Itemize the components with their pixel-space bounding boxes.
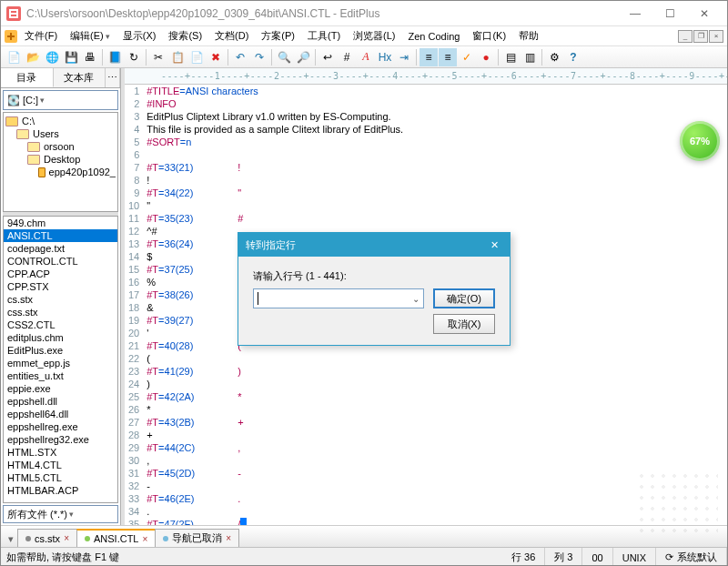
- wordwrap-icon[interactable]: ↩: [318, 48, 337, 66]
- drive-combo[interactable]: 💽 [C:]: [3, 90, 118, 110]
- tab-label: ANSI.CTL: [94, 533, 139, 544]
- file-list-item[interactable]: HTML5.CTL: [4, 471, 117, 484]
- new-file-icon[interactable]: 📄: [5, 48, 23, 66]
- indent-left-icon[interactable]: ≡: [420, 48, 438, 66]
- menu-browser[interactable]: 浏览器(L): [348, 27, 400, 45]
- file-list-item[interactable]: CSS2.CTL: [4, 318, 117, 331]
- dialog-title: 转到指定行: [246, 238, 296, 252]
- tab-list-button[interactable]: ▾: [5, 531, 17, 547]
- file-list-item[interactable]: EditPlus.exe: [4, 344, 117, 357]
- cancel-button[interactable]: 取消(X): [433, 314, 495, 334]
- cut-icon[interactable]: ✂: [149, 48, 167, 66]
- maximize-button[interactable]: ☐: [652, 3, 687, 25]
- tree-node[interactable]: orsoon: [44, 141, 75, 152]
- menu-zen[interactable]: Zen Coding: [403, 29, 466, 44]
- file-list-item[interactable]: css.stx: [4, 306, 117, 318]
- ok-button[interactable]: 确定(O): [433, 288, 495, 308]
- document-tab[interactable]: cs.stx×: [17, 529, 77, 547]
- record-macro-icon[interactable]: ●: [477, 48, 495, 66]
- paste-icon[interactable]: 📄: [187, 48, 206, 66]
- delete-icon[interactable]: ✖: [207, 48, 225, 66]
- copy-icon[interactable]: 📋: [168, 48, 187, 66]
- line-number-input[interactable]: ⌄: [253, 288, 424, 308]
- file-list-item[interactable]: 949.chm: [4, 217, 117, 229]
- sync-icon[interactable]: ⟳: [665, 551, 673, 563]
- file-list-item[interactable]: CPP.STX: [4, 280, 117, 293]
- file-list-item[interactable]: codepage.txt: [4, 242, 117, 255]
- file-list-item[interactable]: HTML4.CTL: [4, 459, 117, 471]
- dialog-close-icon[interactable]: ✕: [486, 239, 502, 251]
- mdi-restore-button[interactable]: ❐: [693, 30, 708, 43]
- file-list-item[interactable]: entities_u.txt: [4, 369, 117, 382]
- file-filter-combo[interactable]: 所有文件 (*.*): [3, 505, 118, 523]
- menu-window[interactable]: 窗口(K): [467, 27, 511, 45]
- sidebar-tab-cliptext[interactable]: 文本库: [54, 68, 106, 87]
- folder-tree[interactable]: C:\ Users orsoon Desktop epp420p1092_: [3, 112, 118, 212]
- menu-document[interactable]: 文档(D): [209, 27, 254, 45]
- tab-close-icon[interactable]: ×: [142, 534, 147, 544]
- mdi-close-button[interactable]: ×: [709, 30, 723, 43]
- menu-edit[interactable]: 编辑(E): [65, 27, 116, 45]
- save-icon[interactable]: 💾: [62, 48, 80, 66]
- browser-view-icon[interactable]: 📘: [106, 48, 124, 66]
- tab-close-icon[interactable]: ×: [226, 533, 231, 543]
- linenum-icon[interactable]: #: [338, 48, 356, 66]
- tab-close-icon[interactable]: ×: [64, 533, 69, 543]
- reload-icon[interactable]: ↻: [125, 48, 143, 66]
- sidebar-tab-directory[interactable]: 目录: [1, 68, 54, 87]
- file-list-item[interactable]: ANSI.CTL: [4, 229, 117, 242]
- file-list-item[interactable]: CONTROL.CTL: [4, 255, 117, 268]
- window-v-icon[interactable]: ▥: [521, 48, 539, 66]
- sidebar-tab-more[interactable]: ⋯: [106, 68, 120, 87]
- tree-node[interactable]: Users: [33, 128, 59, 139]
- file-list-item[interactable]: CPP.ACP: [4, 268, 117, 280]
- spellcheck-icon[interactable]: ✓: [458, 48, 476, 66]
- font-icon[interactable]: A: [357, 48, 375, 66]
- file-list-item[interactable]: eppshellreg32.exe: [4, 433, 117, 446]
- open-file-icon[interactable]: 📂: [24, 48, 42, 66]
- dialog-titlebar[interactable]: 转到指定行 ✕: [238, 233, 510, 257]
- status-total: 00: [582, 548, 612, 566]
- mdi-min-button[interactable]: _: [678, 30, 693, 43]
- replace-icon[interactable]: 🔎: [294, 48, 312, 66]
- tab-dot-icon: [163, 536, 168, 541]
- close-button[interactable]: ✕: [687, 3, 722, 25]
- redo-icon[interactable]: ↷: [250, 48, 268, 66]
- menu-help[interactable]: 帮助: [513, 27, 544, 45]
- menu-search[interactable]: 搜索(S): [163, 27, 207, 45]
- file-list-item[interactable]: eppshellreg.exe: [4, 420, 117, 433]
- file-list-item[interactable]: eppshell64.dll: [4, 408, 117, 420]
- toolbar: 📄 📂 🌐 💾 🖶 📘 ↻ ✂ 📋 📄 ✖ ↶ ↷ 🔍 🔎 ↩ # A Hx ⇥…: [1, 46, 727, 68]
- tree-node[interactable]: Desktop: [44, 154, 80, 165]
- menu-view[interactable]: 显示(X): [117, 27, 162, 45]
- window-h-icon[interactable]: ▤: [501, 48, 520, 66]
- tree-node[interactable]: C:\: [22, 116, 35, 126]
- open-remote-icon[interactable]: 🌐: [43, 48, 61, 66]
- file-list[interactable]: 949.chmANSI.CTLcodepage.txtCONTROL.CTLCP…: [3, 216, 118, 503]
- menu-tools[interactable]: 工具(T): [302, 27, 346, 45]
- tree-node-selected[interactable]: epp420p1092_: [49, 167, 116, 177]
- menu-file[interactable]: 文件(F): [19, 27, 63, 45]
- hex-icon[interactable]: Hx: [376, 48, 394, 66]
- find-icon[interactable]: 🔍: [275, 48, 293, 66]
- minimize-button[interactable]: —: [618, 3, 652, 25]
- chevron-down-icon[interactable]: ⌄: [412, 294, 420, 304]
- file-list-item[interactable]: emmet_epp.js: [4, 357, 117, 369]
- file-list-item[interactable]: cs.stx: [4, 293, 117, 306]
- document-tab[interactable]: 导航已取消×: [155, 529, 239, 547]
- menu-project[interactable]: 方案(P): [256, 27, 300, 45]
- tab-dot-icon: [25, 536, 31, 541]
- undo-icon[interactable]: ↶: [231, 48, 249, 66]
- indent-right-icon[interactable]: ≡: [439, 48, 457, 66]
- file-list-item[interactable]: editplus.chm: [4, 331, 117, 344]
- tab-icon[interactable]: ⇥: [395, 48, 413, 66]
- file-list-item[interactable]: eppie.exe: [4, 382, 117, 395]
- print-icon[interactable]: 🖶: [81, 48, 99, 66]
- settings-icon[interactable]: ⚙: [545, 48, 563, 66]
- file-list-item[interactable]: eppshell.dll: [4, 395, 117, 408]
- file-list-item[interactable]: HTMLBAR.ACP: [4, 484, 117, 497]
- help-icon[interactable]: ?: [564, 48, 582, 66]
- svg-rect-3: [11, 15, 16, 16]
- file-list-item[interactable]: HTML.STX: [4, 446, 117, 459]
- document-tab[interactable]: ANSI.CTL×: [76, 529, 156, 547]
